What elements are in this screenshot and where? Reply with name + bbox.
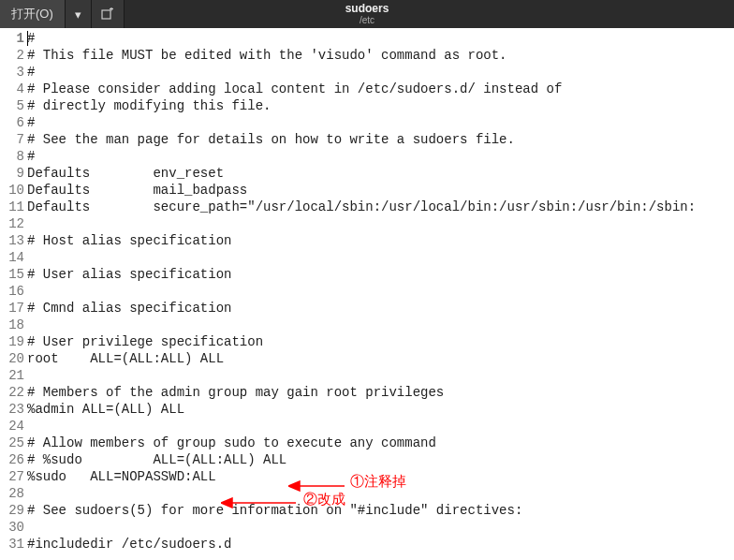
line-number: 17 — [0, 300, 27, 317]
line-content[interactable] — [27, 317, 734, 333]
line-content[interactable]: # This file MUST be edited with the 'vis… — [27, 47, 734, 64]
text-cursor — [27, 31, 28, 46]
svg-rect-0 — [102, 10, 110, 19]
line-content[interactable]: Defaults env_reset — [27, 165, 734, 182]
editor-line[interactable]: 21 — [0, 367, 734, 384]
editor-area[interactable]: 1#2# This file MUST be edited with the '… — [0, 28, 734, 560]
line-content[interactable] — [27, 418, 734, 435]
line-content[interactable] — [27, 485, 734, 502]
line-content[interactable]: %sudo ALL=NOPASSWD:ALL — [27, 468, 734, 485]
editor-line[interactable]: 4# Please consider adding local content … — [0, 81, 734, 97]
line-number: 12 — [0, 215, 27, 232]
editor-line[interactable]: 27%sudo ALL=NOPASSWD:ALL — [0, 468, 734, 485]
line-content[interactable]: # Cmnd alias specification — [27, 300, 734, 317]
editor-line[interactable]: 11Defaults secure_path="/usr/local/sbin:… — [0, 199, 734, 215]
line-content[interactable] — [27, 249, 734, 266]
line-content[interactable]: # directly modifying this file. — [27, 97, 734, 114]
editor-line[interactable]: 20root ALL=(ALL:ALL) ALL — [0, 350, 734, 367]
line-content[interactable] — [27, 519, 734, 536]
title-filename: sudoers — [345, 3, 389, 15]
line-number: 13 — [0, 232, 27, 249]
line-number: 19 — [0, 333, 27, 350]
editor-line[interactable]: 12 — [0, 215, 734, 232]
open-dropdown-button[interactable]: ▾ — [66, 0, 92, 28]
line-number: 22 — [0, 384, 27, 401]
line-number: 10 — [0, 182, 27, 199]
new-tab-icon — [101, 7, 114, 21]
editor-line[interactable]: 25# Allow members of group sudo to execu… — [0, 435, 734, 451]
line-content[interactable]: # User alias specification — [27, 266, 734, 283]
line-content[interactable]: root ALL=(ALL:ALL) ALL — [27, 350, 734, 367]
line-content[interactable]: # Allow members of group sudo to execute… — [27, 435, 734, 451]
line-number: 24 — [0, 418, 27, 435]
line-number: 21 — [0, 367, 27, 384]
editor-line[interactable]: 19# User privilege specification — [0, 333, 734, 350]
line-content[interactable]: # User privilege specification — [27, 333, 734, 350]
line-number: 11 — [0, 199, 27, 215]
line-number: 30 — [0, 519, 27, 536]
line-number: 28 — [0, 485, 27, 502]
chevron-down-icon: ▾ — [75, 7, 81, 22]
line-number: 20 — [0, 350, 27, 367]
editor-line[interactable]: 9Defaults env_reset — [0, 165, 734, 182]
editor-line[interactable]: 28 — [0, 485, 734, 502]
line-content[interactable]: %admin ALL=(ALL) ALL — [27, 401, 734, 418]
editor-line[interactable]: 16 — [0, 283, 734, 300]
editor-line[interactable]: 13# Host alias specification — [0, 232, 734, 249]
line-number: 8 — [0, 148, 27, 165]
line-content[interactable]: # Members of the admin group may gain ro… — [27, 384, 734, 401]
line-number: 7 — [0, 131, 27, 148]
title-path: /etc — [360, 15, 374, 25]
editor-line[interactable]: 8# — [0, 148, 734, 165]
line-number: 18 — [0, 317, 27, 333]
editor-line[interactable]: 15# User alias specification — [0, 266, 734, 283]
editor-line[interactable]: 17# Cmnd alias specification — [0, 300, 734, 317]
editor-line[interactable]: 26# %sudo ALL=(ALL:ALL) ALL — [0, 451, 734, 468]
editor-line[interactable]: 10Defaults mail_badpass — [0, 182, 734, 199]
line-number: 2 — [0, 47, 27, 64]
line-number: 4 — [0, 81, 27, 97]
editor-line[interactable]: 29# See sudoers(5) for more information … — [0, 502, 734, 519]
line-content[interactable]: # Please consider adding local content i… — [27, 81, 734, 97]
line-number: 26 — [0, 451, 27, 468]
editor-line[interactable]: 23%admin ALL=(ALL) ALL — [0, 401, 734, 418]
line-number: 14 — [0, 249, 27, 266]
open-button[interactable]: 打开(O) — [0, 0, 66, 28]
line-content[interactable] — [27, 283, 734, 300]
line-content[interactable] — [27, 215, 734, 232]
editor-line[interactable]: 31#includedir /etc/sudoers.d — [0, 536, 734, 553]
line-content[interactable]: Defaults mail_badpass — [27, 182, 734, 199]
editor-line[interactable]: 1# — [0, 30, 734, 47]
editor-line[interactable]: 24 — [0, 418, 734, 435]
open-button-label: 打开(O) — [11, 6, 53, 22]
line-content[interactable]: # See the man page for details on how to… — [27, 131, 734, 148]
editor-line[interactable]: 30 — [0, 519, 734, 536]
line-number: 15 — [0, 266, 27, 283]
editor-line[interactable]: 6# — [0, 114, 734, 131]
line-content[interactable]: # — [27, 148, 734, 165]
line-content[interactable]: # — [27, 114, 734, 131]
line-content[interactable]: # Host alias specification — [27, 232, 734, 249]
line-content[interactable]: # See sudoers(5) for more information on… — [27, 502, 734, 519]
line-number: 27 — [0, 468, 27, 485]
line-number: 1 — [0, 30, 27, 47]
line-number: 9 — [0, 165, 27, 182]
line-number: 6 — [0, 114, 27, 131]
line-number: 23 — [0, 401, 27, 418]
line-number: 25 — [0, 435, 27, 451]
editor-line[interactable]: 5# directly modifying this file. — [0, 97, 734, 114]
editor-line[interactable]: 22# Members of the admin group may gain … — [0, 384, 734, 401]
editor-line[interactable]: 2# This file MUST be edited with the 'vi… — [0, 47, 734, 64]
editor-line[interactable]: 14 — [0, 249, 734, 266]
line-content[interactable]: Defaults secure_path="/usr/local/sbin:/u… — [27, 199, 734, 215]
line-content[interactable] — [27, 367, 734, 384]
titlebar: 打开(O) ▾ sudoers /etc — [0, 0, 734, 28]
line-content[interactable]: # %sudo ALL=(ALL:ALL) ALL — [27, 451, 734, 468]
editor-line[interactable]: 3# — [0, 64, 734, 81]
editor-line[interactable]: 7# See the man page for details on how t… — [0, 131, 734, 148]
new-tab-button[interactable] — [92, 0, 125, 28]
line-content[interactable]: # — [27, 30, 734, 47]
line-content[interactable]: # — [27, 64, 734, 81]
editor-line[interactable]: 18 — [0, 317, 734, 333]
line-content[interactable]: #includedir /etc/sudoers.d — [27, 536, 734, 553]
